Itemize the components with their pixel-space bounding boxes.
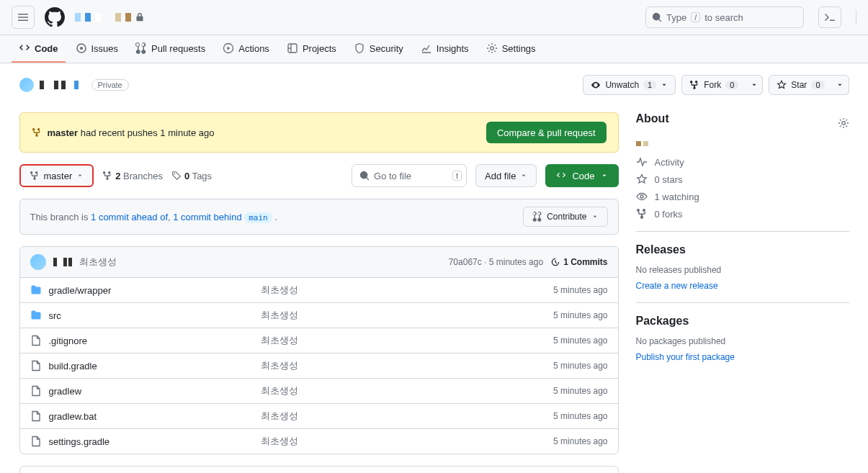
tab-pull-requests[interactable]: Pull requests [128, 35, 212, 63]
global-search[interactable]: Type / to search [645, 6, 804, 28]
github-logo[interactable] [43, 6, 66, 29]
star-dropdown[interactable] [832, 75, 849, 95]
history-icon [550, 257, 560, 267]
readme-box: README [19, 466, 619, 473]
file-time-cell: 5 minutes ago [507, 386, 608, 396]
file-commit-cell[interactable]: 최초생성 [261, 435, 506, 448]
tab-issues[interactable]: Issues [68, 35, 126, 63]
publish-package-link[interactable]: Publish your first package [636, 352, 735, 362]
file-row[interactable]: gradle/wrapper최초생성5 minutes ago [20, 278, 618, 303]
file-name-cell[interactable]: gradlew.bat [30, 410, 261, 422]
code-icon [556, 171, 566, 181]
menu-button[interactable] [12, 6, 35, 29]
file-row[interactable]: src최초생성5 minutes ago [20, 303, 618, 328]
file-action-row: master 2 Branches 0 Tags Go to file t [19, 164, 619, 187]
file-row[interactable]: .gitignore최초생성5 minutes ago [20, 328, 618, 353]
file-time-cell: 5 minutes ago [507, 411, 608, 421]
search-icon [359, 171, 370, 181]
file-time-cell: 5 minutes ago [507, 361, 608, 371]
file-commit-cell[interactable]: 최초생성 [261, 284, 506, 297]
star-button[interactable]: Star 0 [769, 75, 832, 95]
file-row[interactable]: settings.gradle최초생성5 minutes ago [20, 429, 618, 454]
branch-icon [32, 127, 42, 138]
watching-link[interactable]: 1 watching [636, 191, 849, 202]
commits-link[interactable]: 1 Commits [550, 257, 607, 267]
tags-link[interactable]: 0 Tags [171, 171, 212, 181]
branch-compare-box: This branch is 1 commit ahead of, 1 comm… [19, 199, 619, 235]
repo-breadcrumb[interactable] [75, 13, 144, 22]
gear-icon [486, 42, 498, 54]
stars-link[interactable]: 0 stars [636, 174, 849, 185]
file-time-cell: 5 minutes ago [507, 310, 608, 320]
tab-security[interactable]: Security [346, 35, 411, 63]
file-commit-cell[interactable]: 최초생성 [261, 384, 506, 397]
file-row[interactable]: build.gradle최초생성5 minutes ago [20, 353, 618, 379]
file-row[interactable]: gradlew최초생성5 minutes ago [20, 379, 618, 404]
code-dropdown-button[interactable]: Code [545, 164, 618, 187]
graph-icon [421, 42, 432, 54]
file-icon [30, 385, 42, 397]
file-commit-cell[interactable]: 최초생성 [261, 359, 506, 372]
gear-icon[interactable] [838, 117, 849, 129]
commit-author-avatar[interactable] [30, 254, 46, 270]
tab-settings[interactable]: Settings [479, 35, 543, 63]
folder-icon [30, 284, 42, 296]
repo-name[interactable] [40, 81, 86, 89]
chevron-down-icon [76, 172, 84, 179]
tab-insights[interactable]: Insights [413, 35, 476, 63]
file-name-cell[interactable]: .gitignore [30, 335, 261, 346]
releases-section: Releases No releases published Create a … [636, 243, 849, 303]
commit-sha[interactable]: 70a067c · 5 minutes ago [449, 257, 543, 267]
file-row[interactable]: gradlew.bat최초생성5 minutes ago [20, 404, 618, 429]
search-placeholder-a: Type [666, 12, 686, 23]
command-palette-button[interactable] [818, 6, 841, 28]
file-name-cell[interactable]: settings.gradle [30, 436, 261, 447]
tab-code[interactable]: Code [12, 35, 66, 63]
fork-icon [689, 80, 699, 90]
commit-message[interactable]: 최초생성 [79, 256, 117, 269]
fork-button[interactable]: Fork 0 [681, 75, 746, 95]
main-branch-pill[interactable]: main [244, 212, 272, 223]
tab-projects[interactable]: Projects [279, 35, 344, 63]
issue-icon [76, 42, 87, 54]
star-icon [777, 80, 787, 90]
packages-heading: Packages [636, 315, 849, 328]
file-commit-cell[interactable]: 최초생성 [261, 309, 506, 322]
unwatch-button[interactable]: Unwatch 1 [583, 75, 676, 95]
tab-actions[interactable]: Actions [215, 35, 277, 63]
search-icon [652, 12, 662, 22]
chevron-down-icon [836, 81, 844, 89]
file-name-cell[interactable]: src [30, 310, 261, 321]
forks-link[interactable]: 0 forks [636, 208, 849, 220]
file-commit-cell[interactable]: 최초생성 [261, 410, 506, 423]
tag-icon [171, 171, 182, 181]
releases-none: No releases published [636, 265, 849, 275]
owner-avatar[interactable] [19, 78, 34, 92]
file-name-cell[interactable]: gradle/wrapper [30, 284, 261, 296]
about-section: About Activity 0 stars [636, 112, 849, 232]
readme-tab[interactable]: README [20, 467, 618, 473]
branch-selector[interactable]: master [19, 164, 94, 187]
branches-link[interactable]: 2 Branches [102, 171, 163, 181]
fork-dropdown[interactable] [746, 75, 763, 95]
go-to-file-input[interactable]: Go to file t [352, 164, 467, 187]
add-file-button[interactable]: Add file [475, 164, 537, 187]
releases-heading: Releases [636, 243, 849, 256]
contribute-button[interactable]: Contribute [523, 207, 607, 227]
commit-author[interactable] [53, 258, 72, 266]
create-release-link[interactable]: Create a new release [636, 281, 718, 291]
file-commit-cell[interactable]: 최초생성 [261, 334, 506, 347]
file-name-cell[interactable]: gradlew [30, 385, 261, 397]
sidebar: About Activity 0 stars [636, 112, 849, 385]
svg-point-4 [490, 47, 493, 50]
behind-link[interactable]: 1 commit behind [173, 212, 241, 222]
branch-icon [30, 171, 40, 181]
compare-pull-request-button[interactable]: Compare & pull request [486, 122, 607, 143]
fork-icon [636, 208, 648, 220]
play-icon [223, 42, 234, 54]
activity-link[interactable]: Activity [636, 156, 849, 168]
code-icon [19, 42, 30, 54]
file-name-cell[interactable]: build.gradle [30, 360, 261, 371]
ahead-link[interactable]: 1 commit ahead of [91, 212, 168, 222]
pull-request-icon [532, 212, 542, 222]
